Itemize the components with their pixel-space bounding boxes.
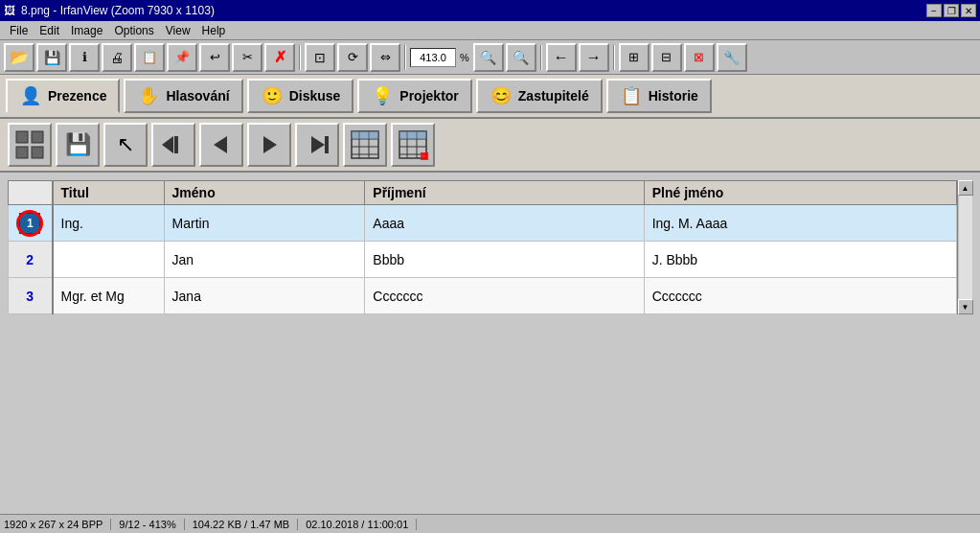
restore-button[interactable]: ❐ — [944, 4, 959, 17]
table-container: Titul Jméno Příjmení Plné jméno — [8, 180, 972, 314]
prijmeni-cell-2[interactable]: Bbbb — [365, 242, 644, 278]
tb2-next[interactable] — [295, 123, 339, 167]
tb-zoom-in[interactable]: 🔍 — [506, 43, 536, 72]
minimize-button[interactable]: − — [926, 4, 942, 17]
tab-prezence[interactable]: 👤 Prezence — [6, 79, 120, 113]
close-button[interactable]: ✕ — [961, 4, 976, 17]
col-header-jmeno: Jméno — [164, 181, 365, 205]
tab-projektor[interactable]: 💡 Projektor — [357, 79, 471, 113]
tb-icon2[interactable]: ⊟ — [651, 43, 682, 72]
menu-file[interactable]: File — [4, 22, 34, 39]
tb2-table1[interactable] — [343, 123, 387, 167]
table-row[interactable]: 3 Mgr. et Mg Jana Ccccccc Ccccccc — [9, 278, 957, 314]
status-filesize: 104.22 KB / 1.47 MB — [193, 519, 299, 530]
svg-rect-24 — [421, 152, 428, 160]
tb-cut[interactable]: ✂ — [232, 43, 262, 72]
titul-cell-1[interactable]: Ing. — [53, 205, 165, 242]
svg-rect-3 — [32, 147, 43, 158]
projektor-icon: 💡 — [371, 84, 394, 107]
svg-marker-7 — [263, 136, 277, 153]
tb-rotate[interactable]: ⟳ — [337, 43, 368, 72]
tb2-prev[interactable] — [199, 123, 243, 167]
table-row[interactable]: 1 Ing. Martin Aaaa Ing. M. Aaaa — [9, 205, 957, 242]
tb-icon1[interactable]: ⊞ — [619, 43, 650, 72]
tb-paste[interactable]: 📌 — [167, 43, 197, 72]
jmeno-cell-1[interactable]: Martin — [164, 205, 365, 242]
tb2-table2[interactable] — [391, 123, 435, 167]
main-content: Titul Jméno Příjmení Plné jméno — [0, 173, 980, 533]
tab-historie[interactable]: 📋 Historie — [606, 79, 712, 113]
tab-historie-label: Historie — [649, 88, 698, 104]
tab-zastupitele[interactable]: 😊 Zastupitelé — [476, 79, 603, 113]
plne-jmeno-cell-3[interactable]: Ccccccc — [644, 278, 956, 314]
tb-move-left[interactable]: ← — [546, 43, 577, 72]
tb2-grid[interactable] — [8, 123, 52, 167]
tb-icon4[interactable]: 🔧 — [717, 43, 747, 72]
col-header-num — [9, 181, 53, 205]
plne-jmeno-cell-2[interactable]: J. Bbbb — [644, 242, 956, 278]
sep4 — [613, 45, 615, 70]
menu-edit[interactable]: Edit — [34, 22, 65, 39]
tb-undo[interactable]: ↩ — [199, 43, 230, 72]
titul-cell-3[interactable]: Mgr. et Mg — [53, 278, 165, 314]
menu-options[interactable]: Options — [108, 22, 159, 39]
sep3 — [540, 45, 542, 70]
tb-icon3[interactable]: ⊠ — [684, 43, 715, 72]
svg-marker-6 — [214, 136, 227, 153]
zastupitele-icon: 😊 — [490, 84, 513, 107]
tb-zoom-out[interactable]: 🔍 — [473, 43, 504, 72]
window-controls: − ❐ ✕ — [926, 4, 976, 17]
svg-rect-0 — [16, 131, 28, 143]
prijmeni-cell-3[interactable]: Ccccccc — [365, 278, 644, 314]
jmeno-cell-2[interactable]: Jan — [164, 242, 365, 278]
scroll-up-btn[interactable]: ▲ — [958, 180, 973, 196]
plne-jmeno-cell-1[interactable]: Ing. M. Aaaa — [644, 205, 956, 242]
status-dimensions: 1920 x 267 x 24 BPP — [4, 519, 111, 530]
tb-open[interactable]: 📂 — [4, 43, 34, 72]
toolbar-row1: 📂 💾 ℹ 🖨 📋 📌 ↩ ✂ ✗ ⊡ ⟳ ⇔ % 🔍 🔍 ← → ⊞ ⊟ ⊠ … — [0, 40, 980, 75]
svg-marker-4 — [162, 136, 173, 153]
menu-view[interactable]: View — [160, 22, 196, 39]
tab-zastupitele-label: Zastupitelé — [518, 88, 589, 104]
col-header-prijmeni: Příjmení — [365, 181, 644, 205]
tb-props[interactable]: ℹ — [69, 43, 100, 72]
tb-crop[interactable]: ⊡ — [305, 43, 335, 72]
red-circle-indicator — [16, 210, 43, 237]
data-table: Titul Jméno Příjmení Plné jméno — [8, 180, 957, 314]
tb-print[interactable]: 🖨 — [102, 43, 132, 72]
scroll-down-btn[interactable]: ▼ — [958, 299, 973, 314]
table-row[interactable]: 2 Jan Bbbb J. Bbbb — [9, 242, 957, 278]
hlasovani-icon: ✋ — [137, 84, 160, 107]
row-num-2: 2 — [9, 242, 53, 278]
tab-bar: 👤 Prezence ✋ Hlasování 🙂 Diskuse 💡 Proje… — [0, 75, 980, 119]
tb-move-right[interactable]: → — [579, 43, 609, 72]
tab-hlasovani[interactable]: ✋ Hlasování — [124, 79, 242, 113]
tb-resize[interactable]: ⇔ — [370, 43, 400, 72]
tb-red-x[interactable]: ✗ — [264, 43, 295, 72]
row-num-3: 3 — [9, 278, 53, 314]
tb2-play[interactable] — [247, 123, 291, 167]
tb-save[interactable]: 💾 — [36, 43, 67, 72]
tb2-rewind[interactable] — [151, 123, 195, 167]
svg-rect-16 — [352, 131, 378, 139]
menu-image[interactable]: Image — [65, 22, 108, 39]
tab-diskuse-label: Diskuse — [289, 88, 341, 104]
prijmeni-cell-1[interactable]: Aaaa — [365, 205, 644, 242]
tb2-save[interactable]: 💾 — [56, 123, 100, 167]
titul-cell-2[interactable] — [53, 242, 165, 278]
tb-copy[interactable]: 📋 — [134, 43, 165, 72]
sep2 — [404, 45, 406, 70]
jmeno-cell-3[interactable]: Jana — [164, 278, 365, 314]
historie-icon: 📋 — [620, 84, 643, 107]
status-bar: 1920 x 267 x 24 BPP 9/12 - 413% 104.22 K… — [0, 514, 980, 533]
zoom-input[interactable] — [410, 48, 456, 67]
tab-diskuse[interactable]: 🙂 Diskuse — [247, 79, 354, 113]
menu-help[interactable]: Help — [196, 22, 232, 39]
svg-rect-1 — [32, 131, 43, 143]
table-wrapper: Titul Jméno Příjmení Plné jméno — [8, 180, 957, 314]
window-title: 8.png - IrfanView (Zoom 7930 x 1103) — [21, 4, 926, 17]
sep1 — [299, 45, 301, 70]
tb2-cursor[interactable]: ↖ — [103, 123, 148, 167]
col-header-plne: Plné jméno — [644, 181, 956, 205]
scrollbar-right[interactable]: ▲ ▼ — [957, 180, 972, 314]
